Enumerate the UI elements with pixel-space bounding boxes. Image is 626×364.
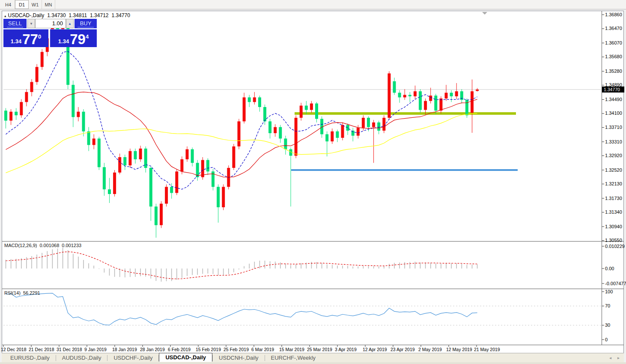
price-scale-label: 1.36860 bbox=[605, 12, 622, 17]
resistance-level-line[interactable] bbox=[295, 112, 516, 115]
candle-up bbox=[429, 95, 432, 101]
sell-price-display[interactable]: 1.34 77 0 bbox=[3, 29, 48, 47]
date-axis-label: 28 Jan 2019 bbox=[140, 347, 165, 352]
price-scale-label: 1.36470 bbox=[605, 26, 622, 31]
candle-down bbox=[134, 151, 137, 159]
collapse-panel-icon[interactable]: ▴ bbox=[4, 14, 6, 18]
candle-up bbox=[175, 171, 178, 193]
candle-down bbox=[398, 93, 401, 98]
candle-down bbox=[98, 139, 101, 167]
macd-scale-label: 0.00 bbox=[605, 266, 614, 271]
date-axis-label: 25 Mar 2019 bbox=[307, 347, 332, 352]
candle-down bbox=[450, 93, 453, 96]
moving-average-8 bbox=[6, 51, 477, 189]
tab-usdcnh-daily[interactable]: USDCNH-,Daily bbox=[213, 354, 264, 362]
tab-eurchf-weekly[interactable]: EURCHF-,Weekly bbox=[265, 354, 322, 362]
candle-up bbox=[113, 173, 116, 194]
window-border bbox=[2, 11, 624, 362]
volume-decrease-button[interactable]: ▼ bbox=[27, 19, 35, 28]
candle-up bbox=[253, 97, 256, 102]
candle-down bbox=[408, 95, 411, 96]
sell-price-prefix: 1.34 bbox=[11, 38, 21, 45]
date-axis-label: 6 Mar 2019 bbox=[251, 347, 274, 352]
tab-eurusd-daily[interactable]: EURUSD-,Daily bbox=[4, 354, 56, 362]
candle-down bbox=[325, 134, 328, 141]
candle-down bbox=[377, 122, 380, 131]
ohlc-close: 1.34770 bbox=[112, 12, 130, 18]
candle-up bbox=[180, 159, 183, 171]
macd-signal-line bbox=[6, 252, 477, 279]
candle-down bbox=[434, 95, 437, 110]
price-scale-label: 1.34490 bbox=[605, 97, 622, 102]
buy-price-big-digits: 79 bbox=[70, 33, 86, 46]
candle-down bbox=[206, 160, 209, 172]
tab-usdchf-daily[interactable]: USDCHF-,Daily bbox=[107, 354, 158, 362]
candle-up bbox=[30, 82, 33, 92]
date-axis-label: 31 Dec 2018 bbox=[57, 347, 82, 352]
date-axis-label: 3 Apr 2019 bbox=[335, 347, 357, 352]
candle-up bbox=[118, 157, 121, 173]
rsi-indicator-label: RSI(14)56.2291 bbox=[4, 290, 43, 295]
tab-audusd-daily[interactable]: AUDUSD-,Daily bbox=[56, 354, 107, 362]
candle-down bbox=[336, 131, 339, 138]
status-strip bbox=[0, 362, 626, 364]
scroll-to-end-icon[interactable] bbox=[482, 12, 487, 15]
sell-price-pipette: 0 bbox=[38, 33, 41, 40]
candle-up bbox=[439, 98, 442, 110]
symbol-tabs: EURUSD-,DailyAUDUSD-,DailyUSDCHF-,DailyU… bbox=[4, 353, 322, 362]
date-axis-label: 15 Mar 2019 bbox=[279, 347, 304, 352]
candle-up bbox=[471, 91, 474, 113]
volume-increase-button[interactable]: ▲ bbox=[66, 19, 74, 28]
price-scale-label: 1.32920 bbox=[605, 153, 622, 158]
candle-up bbox=[25, 92, 28, 102]
tab-scroll-right-icon[interactable]: ▸ bbox=[617, 355, 620, 360]
candle-down bbox=[263, 107, 266, 121]
ohlc-low: 1.34712 bbox=[90, 12, 108, 18]
candle-down bbox=[346, 125, 349, 131]
candle-down bbox=[191, 149, 194, 163]
candle-down bbox=[305, 106, 308, 110]
candle-up bbox=[372, 122, 375, 127]
date-axis-label: 18 Jan 2019 bbox=[112, 347, 137, 352]
candle-up bbox=[232, 146, 235, 168]
candle-up bbox=[403, 95, 406, 98]
candle-up bbox=[382, 118, 385, 131]
price-scale-label: 1.34100 bbox=[605, 110, 622, 116]
candle-down bbox=[352, 131, 355, 136]
candle-down bbox=[103, 167, 106, 189]
volume-input[interactable]: 1.00 bbox=[35, 19, 66, 28]
support-level-line[interactable] bbox=[291, 169, 518, 171]
candle-down bbox=[367, 118, 370, 127]
buy-price-display[interactable]: 1.34 79 4 bbox=[50, 29, 97, 47]
candle-up bbox=[341, 125, 344, 138]
buy-underline bbox=[78, 27, 93, 27]
chart-title: ▴USDCAD-,Daily1.347301.348111.347121.347… bbox=[4, 12, 130, 18]
tab-usdcad-daily[interactable]: USDCAD-,Daily bbox=[159, 353, 212, 362]
sell-button[interactable]: SELL bbox=[3, 19, 27, 28]
buy-button-label: BUY bbox=[80, 20, 92, 27]
buy-price-prefix: 1.34 bbox=[58, 38, 69, 45]
macd-indicator-label: MACD(12,26,9)0.0010680.001233 bbox=[4, 243, 84, 248]
moving-average-45 bbox=[6, 113, 477, 173]
spinner-down-icon: ▼ bbox=[30, 22, 33, 26]
candle-up bbox=[222, 187, 225, 207]
candle-down bbox=[170, 187, 173, 193]
candle-up bbox=[36, 67, 39, 82]
candle-up bbox=[455, 91, 458, 96]
candle-down bbox=[4, 110, 7, 120]
rsi-scale-label: 30 bbox=[605, 322, 610, 328]
price-scale-label: 1.32130 bbox=[605, 181, 622, 186]
chart-canvas[interactable] bbox=[0, 0, 626, 364]
date-axis-label: 23 Apr 2019 bbox=[391, 347, 415, 352]
rsi-value: 56.2291 bbox=[23, 290, 40, 295]
macd-histogram bbox=[6, 248, 477, 281]
moving-average-20 bbox=[6, 92, 477, 177]
tab-scroll-left-icon[interactable]: ◂ bbox=[609, 355, 611, 360]
chart-symbol: USDCAD-,Daily bbox=[8, 12, 45, 18]
date-axis-label: 25 Feb 2019 bbox=[224, 347, 249, 352]
candle-down bbox=[108, 189, 111, 194]
price-scale-label: 1.31340 bbox=[605, 209, 622, 215]
candle-up bbox=[9, 112, 12, 121]
macd-main-value: 0.001068 bbox=[39, 243, 59, 248]
buy-button[interactable]: BUY bbox=[75, 19, 97, 28]
